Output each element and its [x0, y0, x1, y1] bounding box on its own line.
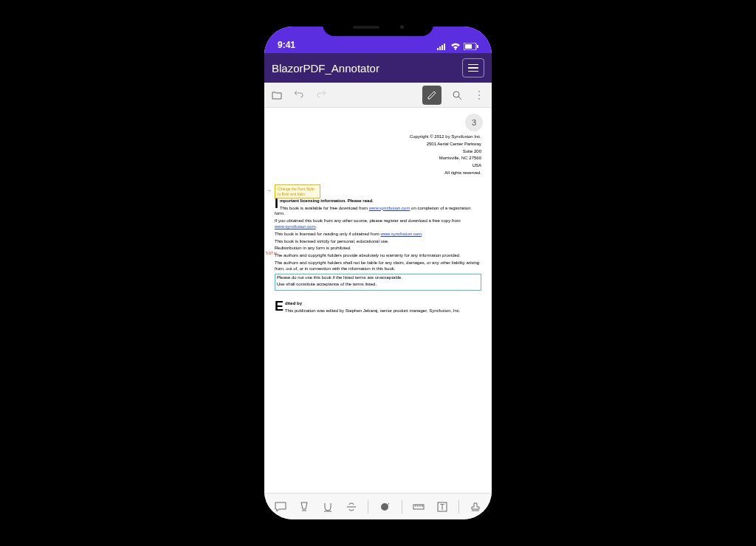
annotation-sticky-note[interactable]: Change the Font Style to Bold and Italic	[275, 184, 320, 198]
open-file-icon[interactable]	[270, 89, 284, 102]
shape-circle-icon[interactable]	[377, 500, 392, 514]
svg-point-11	[478, 94, 480, 96]
address-line: USA	[272, 163, 481, 169]
paragraph: This publication was edited by Stephen J…	[275, 308, 481, 314]
svg-point-4	[455, 49, 456, 50]
app-header: BlazorPDF_Annotator	[264, 53, 492, 83]
rectangle-annotation[interactable]: Please do not use this book if the liste…	[275, 274, 481, 291]
svg-point-8	[453, 91, 459, 97]
copyright-block: Copyright © 2012 by Syncfusion Inc. 2501…	[272, 134, 481, 176]
status-icons	[437, 43, 478, 50]
svg-rect-2	[441, 45, 443, 50]
page-number-badge: 3	[465, 114, 483, 131]
phone-frame: 9:41 BlazorPDF_Annotator	[255, 18, 501, 528]
svg-rect-1	[439, 46, 441, 50]
screen: 9:41 BlazorPDF_Annotator	[264, 27, 492, 519]
pdf-viewport[interactable]: 3 → Change the Font Style to Bold and It…	[264, 108, 492, 493]
svg-point-12	[478, 98, 480, 100]
drop-cap: E	[275, 301, 284, 311]
section-heading: dited by	[285, 301, 302, 305]
measurement-label: 5.67 in	[266, 251, 277, 256]
paragraph: If you obtained this book from any other…	[275, 218, 481, 230]
undo-icon[interactable]	[292, 89, 306, 102]
app-title: BlazorPDF_Annotator	[272, 62, 379, 75]
address-line: Suite 200	[272, 149, 481, 155]
svg-text:T: T	[440, 503, 444, 511]
address-line: Morrisville, NC 27560	[272, 156, 481, 162]
highlight-icon[interactable]	[297, 500, 312, 514]
edited-section: Edited by This publication was edited by…	[275, 301, 481, 314]
body-text: Important licensing information. Please …	[272, 198, 484, 314]
divider	[368, 500, 368, 514]
paragraph: Use shall constitute acceptance of the t…	[277, 282, 479, 288]
svg-rect-0	[437, 48, 439, 50]
underline-icon[interactable]	[320, 500, 335, 514]
strikethrough-icon[interactable]	[344, 500, 359, 514]
paragraph: The authors and copyright holders provid…	[275, 253, 481, 259]
copyright-line: Copyright © 2012 by Syncfusion Inc.	[272, 134, 481, 140]
link[interactable]: www.syncfusion.com	[275, 224, 316, 229]
pdf-page: → Change the Font Style to Bold and Ital…	[272, 134, 484, 314]
comment-icon[interactable]	[273, 500, 288, 514]
svg-rect-6	[477, 45, 478, 48]
paragraph: This book is licensed strictly for perso…	[275, 239, 481, 245]
search-icon[interactable]	[450, 89, 464, 102]
svg-point-10	[478, 91, 480, 92]
battery-icon	[464, 43, 478, 50]
annotation-arrow-icon: →	[266, 187, 272, 195]
rights-line: All rights reserved.	[272, 170, 481, 176]
phone-notch	[323, 18, 433, 36]
paragraph: This book is licensed for reading only i…	[275, 232, 481, 238]
signal-icon	[437, 43, 447, 50]
svg-point-13	[381, 503, 388, 511]
svg-rect-7	[465, 44, 472, 49]
address-line: 2501 Aerial Center Parkway	[272, 142, 481, 148]
menu-button[interactable]	[462, 58, 484, 77]
divider	[458, 500, 459, 514]
section-heading: mportant licensing information. Please r…	[280, 198, 374, 203]
measure-icon[interactable]	[411, 500, 426, 514]
more-icon[interactable]	[472, 89, 486, 102]
link[interactable]: www.syncfusion.com	[369, 206, 410, 210]
drop-cap: I	[275, 198, 278, 209]
top-toolbar	[264, 83, 492, 108]
svg-line-9	[458, 97, 461, 100]
paragraph: This book is available for free download…	[275, 206, 481, 218]
redo-icon[interactable]	[315, 89, 328, 102]
link[interactable]: www.syncfusion.com	[380, 232, 422, 236]
annotation-toolbar: T	[264, 493, 492, 519]
freetext-icon[interactable]: T	[435, 500, 450, 514]
paragraph: Please do not use this book if the liste…	[277, 275, 479, 281]
paragraph: Redistribution in any form is prohibited…	[275, 246, 481, 252]
divider	[402, 500, 402, 514]
paragraph: The authors and copyright holders shall …	[275, 260, 481, 272]
svg-rect-3	[444, 44, 445, 50]
status-time: 9:41	[278, 40, 295, 50]
annotate-icon[interactable]	[422, 86, 441, 105]
wifi-icon	[450, 43, 461, 50]
stamp-icon[interactable]	[468, 500, 483, 514]
